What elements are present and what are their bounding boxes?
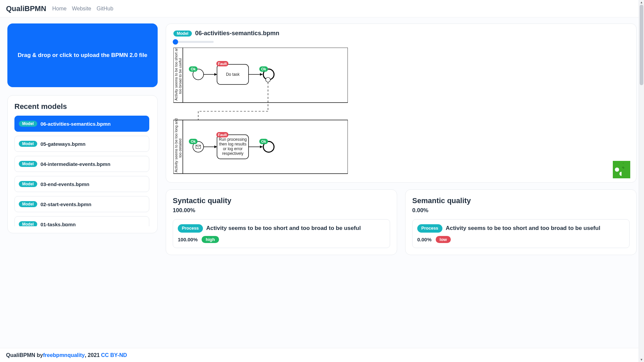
footer-prefix: QualiBPMN by <box>6 352 43 358</box>
pool2-task-l2: then log results <box>219 142 246 146</box>
pool1-label-line2: too broad to be useful <box>178 58 182 94</box>
quality-item-title: Process Activity seems to be too short a… <box>178 224 385 233</box>
model-name: 01-tasks.bpmn <box>41 222 76 227</box>
quality-item-meta: 100.00% high <box>178 236 385 243</box>
model-badge: Model <box>19 141 37 147</box>
pool1-task-badge: Fault <box>218 62 227 66</box>
syntactic-quality-item[interactable]: Process Activity seems to be too short a… <box>173 219 390 248</box>
pool1-task-text: Do task <box>226 72 240 77</box>
recent-models-list[interactable]: Model 06-activities-semantics.bpmn Model… <box>14 116 151 226</box>
svg-point-37 <box>623 162 629 168</box>
quality-row: Syntactic quality 100.00% Process Activi… <box>166 189 637 255</box>
quality-item-value: 0.00% <box>417 237 432 242</box>
right-column: Model 06-activities-semantics.bpmn Activ… <box>166 23 637 348</box>
bpmn-io-logo-icon[interactable] <box>613 161 630 180</box>
recent-model-item[interactable]: Model 03-end-events.bpmn <box>14 176 149 192</box>
zoom-slider-thumb[interactable] <box>173 39 178 45</box>
pool2-task-l3: or log error <box>223 146 243 151</box>
pool1-start-badge: Ok <box>191 67 196 71</box>
model-name: 03-end-events.bpmn <box>41 181 90 187</box>
svg-point-11 <box>266 77 270 82</box>
quality-item-text: Activity seems to be too short and too b… <box>446 225 600 231</box>
scrollbar-up-icon[interactable]: ▲ <box>639 0 644 5</box>
footer: QualiBPMN by freebpmnquality , 2021 CC B… <box>0 348 644 362</box>
semantic-quality-item[interactable]: Process Activity seems to be too short a… <box>412 219 630 248</box>
zoom-slider[interactable] <box>173 41 214 43</box>
quality-item-meta: 0.00% low <box>417 236 625 243</box>
scrollbar-thumb[interactable] <box>640 5 643 85</box>
nav-link-github[interactable]: GitHub <box>97 6 113 12</box>
page-body: Drag & drop or click to upload the BPMN … <box>0 17 644 348</box>
quality-item-value: 100.00% <box>178 237 198 242</box>
model-name: 05-gateways.bpmn <box>41 141 86 147</box>
model-name: 04-intermediate-events.bpmn <box>41 161 110 167</box>
left-column: Drag & drop or click to upload the BPMN … <box>7 23 158 348</box>
diagram-filename: 06-activities-semantics.bpmn <box>195 30 279 37</box>
pool2-end-badge: Ok <box>261 139 267 143</box>
brand[interactable]: QualiBPMN <box>6 4 46 13</box>
bpmn-diagram-svg: Activity seems to be too short and too b… <box>173 48 348 175</box>
recent-models-title: Recent models <box>14 102 151 111</box>
navbar: QualiBPMN Home Website GitHub <box>0 0 644 17</box>
semantic-quality-card: Semantic quality 0.00% Process Activity … <box>405 189 637 255</box>
syntactic-quality-card: Syntactic quality 100.00% Process Activi… <box>166 189 397 255</box>
recent-model-item[interactable]: Model 01-tasks.bpmn <box>14 216 149 226</box>
svg-point-33 <box>615 168 619 172</box>
recent-model-item[interactable]: Model 05-gateways.bpmn <box>14 136 149 152</box>
semantic-title: Semantic quality <box>412 196 630 205</box>
recent-model-item[interactable]: Model 06-activities-semantics.bpmn <box>14 116 149 132</box>
model-name: 02-start-events.bpmn <box>41 201 92 207</box>
recent-models-panel: Recent models Model 06-activities-semant… <box>7 95 158 233</box>
model-badge: Model <box>19 221 37 226</box>
process-badge: Process <box>178 224 203 233</box>
pool1-end-badge: Ok <box>261 67 267 71</box>
pool2-label-line1: Activity seems to be too long and <box>174 118 178 172</box>
footer-mid: , 2021 <box>85 352 100 358</box>
model-badge: Model <box>19 161 37 167</box>
pool2-task-badge: Fault <box>218 133 227 137</box>
footer-license-link[interactable]: CC BY-ND <box>101 352 127 358</box>
footer-author-link[interactable]: freebpmnquality <box>43 352 85 358</box>
upload-prompt: Drag & drop or click to upload the BPMN … <box>18 52 147 59</box>
model-badge: Model <box>19 121 37 127</box>
model-badge: Model <box>173 31 192 37</box>
recent-model-item[interactable]: Model 04-intermediate-events.bpmn <box>14 156 149 172</box>
pool2-label-line2: too detailed <box>178 138 182 158</box>
model-badge: Model <box>19 201 37 207</box>
diagram-canvas[interactable]: Activity seems to be too short and too b… <box>173 48 629 176</box>
model-name: 06-activities-semantics.bpmn <box>41 121 111 127</box>
pool2-task-l1: Run processing <box>219 137 247 142</box>
quality-level-badge: high <box>202 236 219 243</box>
recent-model-item[interactable]: Model 02-start-events.bpmn <box>14 196 149 212</box>
process-badge: Process <box>417 224 442 233</box>
page-scrollbar[interactable]: ▲ ▼ <box>639 0 644 362</box>
svg-rect-36 <box>622 170 630 178</box>
syntactic-title: Syntactic quality <box>173 196 390 205</box>
syntactic-percent: 100.00% <box>173 207 390 214</box>
diagram-panel: Model 06-activities-semantics.bpmn Activ… <box>166 23 637 183</box>
nav-link-website[interactable]: Website <box>72 6 91 12</box>
quality-item-text: Activity seems to be too short and too b… <box>206 225 361 231</box>
scrollbar-down-icon[interactable]: ▼ <box>639 357 644 362</box>
pool1-label-line1: Activity seems to be too short and <box>174 48 178 101</box>
semantic-percent: 0.00% <box>412 207 630 214</box>
quality-item-title: Process Activity seems to be too short a… <box>417 224 625 233</box>
pool2-start-badge: Ok <box>191 139 196 143</box>
nav-link-home[interactable]: Home <box>52 6 67 12</box>
quality-level-badge: low <box>436 236 451 243</box>
pool2-task-l4: respectively <box>222 151 243 156</box>
upload-dropzone[interactable]: Drag & drop or click to upload the BPMN … <box>7 23 158 87</box>
diagram-header: Model 06-activities-semantics.bpmn <box>173 30 629 37</box>
model-badge: Model <box>19 181 37 187</box>
zoom-control-row <box>173 41 629 43</box>
